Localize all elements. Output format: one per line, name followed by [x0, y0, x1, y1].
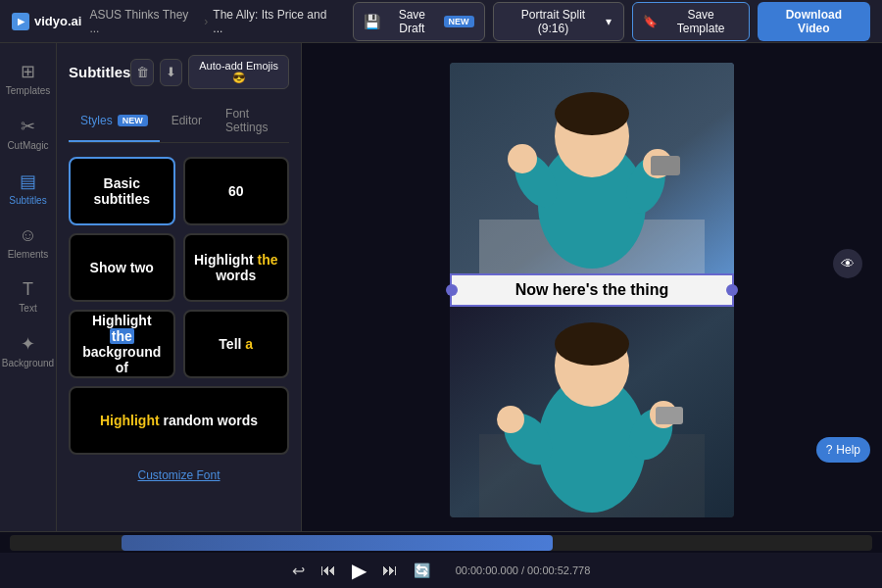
video-container: Now here's the thing	[450, 63, 734, 517]
subtitle-handle-right[interactable]	[726, 284, 738, 296]
rewind-button[interactable]: ↩	[292, 562, 305, 580]
portrait-split-button[interactable]: Portrait Split (9:16) ▾	[493, 2, 625, 41]
auto-add-emojis-button[interactable]: Auto-add Emojis 😎	[188, 55, 289, 89]
loop-icon: 🔄	[414, 563, 430, 578]
templates-icon: ⊞	[21, 61, 35, 82]
subtitle-bar: Now here's the thing	[450, 273, 734, 307]
panel-tabs: Styles NEW Editor Font Settings	[69, 101, 289, 143]
skip-forward-button[interactable]: ⏭	[382, 562, 398, 579]
video-top-panel	[450, 63, 734, 273]
svg-point-6	[508, 144, 537, 173]
save-template-button[interactable]: 🔖 Save Template	[632, 2, 749, 41]
delete-button[interactable]: 🗑	[130, 59, 153, 86]
tab-editor[interactable]: Editor	[160, 101, 214, 142]
left-navigation: ⊞ Templates ✂ CutMagic ▤ Subtitles ☺ Ele…	[0, 43, 57, 531]
timeline-bar-container	[10, 535, 872, 551]
logo[interactable]: ▶ vidyo.ai	[12, 13, 81, 30]
timeline-progress-bar	[122, 535, 553, 551]
bookmark-icon: 🔖	[643, 15, 658, 28]
floppy-icon: 💾	[364, 14, 380, 29]
download-button[interactable]: Download Video	[758, 2, 870, 41]
svg-point-14	[555, 322, 629, 366]
trash-icon: 🗑	[136, 65, 149, 79]
breadcrumb: ASUS Thinks They ... › The Ally: Its Pri…	[89, 8, 337, 35]
svg-point-16	[497, 406, 524, 433]
panel-title: Subtitles	[69, 64, 130, 80]
subtitles-icon: ▤	[20, 171, 36, 192]
styles-grid: Basic subtitles 60 Show two Highlight th…	[69, 157, 289, 455]
sidebar-item-subtitles[interactable]: ▤ Subtitles	[4, 163, 53, 214]
preview-area: Now here's the thing	[302, 43, 882, 531]
customize-font-link[interactable]: Customize Font	[69, 468, 289, 482]
visibility-button[interactable]: 👁	[833, 249, 862, 278]
style-card-show-two[interactable]: Show two	[69, 233, 175, 302]
svg-point-4	[555, 92, 629, 135]
help-icon: ?	[826, 443, 833, 457]
topbar: ▶ vidyo.ai ASUS Thinks They ... › The Al…	[0, 0, 882, 43]
sidebar-item-elements[interactable]: ☺ Elements	[4, 218, 53, 268]
chevron-down-icon: ▾	[606, 15, 612, 28]
panel-actions: 🗑 ⬇ Auto-add Emojis 😎	[130, 55, 289, 89]
sidebar-item-background[interactable]: ✦ Background	[4, 325, 53, 376]
svg-rect-9	[651, 156, 680, 175]
eye-icon: 👁	[841, 256, 855, 271]
subtitle-handle-left[interactable]	[446, 284, 458, 296]
main-area: ⊞ Templates ✂ CutMagic ▤ Subtitles ☺ Ele…	[0, 43, 882, 531]
time-display: 00:00:00.000 / 00:00:52.778	[456, 564, 591, 576]
text-icon: T	[23, 279, 33, 300]
style-card-highlight-bg[interactable]: Highlight the background of	[69, 310, 175, 378]
timeline-track[interactable]	[0, 532, 882, 553]
play-button[interactable]: ▶	[352, 559, 367, 582]
style-card-sixty[interactable]: 60	[183, 157, 290, 225]
style-card-tell-a[interactable]: Tell a	[183, 310, 290, 378]
video-top-image	[450, 63, 734, 273]
style-card-basic[interactable]: Basic subtitles	[69, 157, 175, 225]
save-draft-button[interactable]: 💾 Save Draft NEW	[353, 2, 484, 41]
style-card-highlight-words[interactable]: Highlight the words	[183, 233, 290, 302]
tab-styles[interactable]: Styles NEW	[69, 101, 160, 142]
style-card-highlight-random[interactable]: Highlight random words	[69, 386, 289, 455]
skip-back-button[interactable]: ⏮	[320, 562, 336, 579]
timeline-controls: ↩ ⏮ ▶ ⏭ 🔄 00:00:00.000 / 00:00:52.778	[0, 553, 882, 588]
svg-rect-19	[656, 407, 683, 424]
background-icon: ✦	[21, 333, 35, 355]
sidebar-item-cutmagic[interactable]: ✂ CutMagic	[4, 108, 53, 159]
sidebar-item-templates[interactable]: ⊞ Templates	[4, 53, 53, 104]
download-icon: ⬇	[166, 65, 176, 79]
help-button[interactable]: ? Help	[816, 437, 870, 463]
tab-font-settings[interactable]: Font Settings	[214, 101, 289, 142]
logo-icon: ▶	[12, 13, 29, 30]
subtitle-text: Now here's the thing	[515, 281, 669, 298]
elements-icon: ☺	[19, 225, 36, 246]
panel-header: Subtitles 🗑 ⬇ Auto-add Emojis 😎	[69, 55, 289, 89]
sidebar-item-text[interactable]: T Text	[4, 271, 53, 321]
download-icon-button[interactable]: ⬇	[160, 59, 182, 86]
timeline: ↩ ⏮ ▶ ⏭ 🔄 00:00:00.000 / 00:00:52.778	[0, 531, 882, 588]
video-bottom-panel	[450, 307, 734, 517]
subtitles-panel: Subtitles 🗑 ⬇ Auto-add Emojis 😎 Styles N…	[57, 43, 302, 531]
cutmagic-icon: ✂	[21, 116, 35, 137]
